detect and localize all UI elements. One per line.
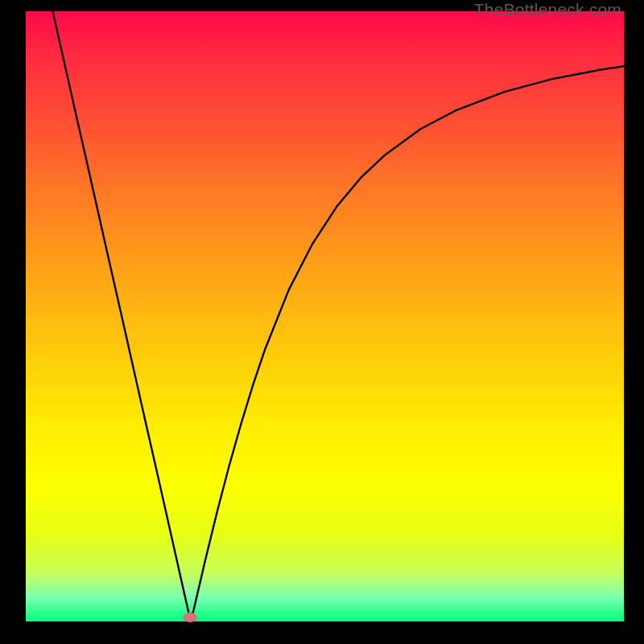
min-point-marker [183, 613, 197, 622]
plot-area [26, 11, 624, 621]
bottleneck-curve [26, 11, 624, 621]
chart-frame: TheBottleneck.com [0, 0, 644, 644]
attribution-text: TheBottleneck.com [474, 0, 621, 19]
